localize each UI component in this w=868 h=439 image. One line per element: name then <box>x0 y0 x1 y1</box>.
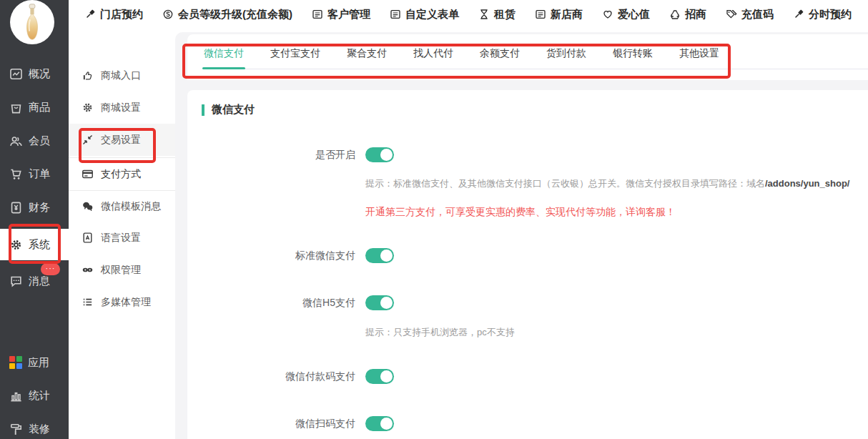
top-nav-bar: 门店预约 会员等级升级(充值余额) 客户管理 自定义表单 租赁 新店商 爱心值 … <box>69 0 868 29</box>
bar-chart-icon <box>9 389 23 403</box>
subnav-label: 商城设置 <box>101 102 141 114</box>
tags-icon <box>726 9 737 20</box>
form-row: 微信付款码支付 <box>187 369 394 384</box>
form-row: 标准微信支付 <box>187 248 394 263</box>
subnav-label: 多媒体管理 <box>101 296 151 309</box>
tab-bank-transfer[interactable]: 银行转账 <box>613 47 653 69</box>
hint-path: /addons/yun_shop/ <box>765 178 849 189</box>
form-icon <box>312 9 323 20</box>
topnav-item-new-store[interactable]: 新店商 <box>535 8 583 21</box>
wechat-micropay-toggle[interactable] <box>365 369 394 384</box>
wechat-qr-pay-toggle[interactable] <box>365 416 394 431</box>
subnav-label: 支付方式 <box>101 168 141 181</box>
topnav-label: 招商 <box>685 8 706 21</box>
subnav-item-mall-entry[interactable]: 商城入口 <box>69 59 175 92</box>
topnav-item-love-points[interactable]: 爱心值 <box>602 8 650 21</box>
tab-cash-on-delivery[interactable]: 货到付款 <box>546 47 586 69</box>
subnav-label: 权限管理 <box>101 264 141 277</box>
hint-text: 提示：标准微信支付、及其他微信支付接口（云收银）总开关。微信支付授权目录填写路径… <box>365 178 765 189</box>
members-icon <box>9 134 23 148</box>
s-circle-icon <box>162 9 174 20</box>
tab-wechat-pay[interactable]: 微信支付 <box>204 47 244 69</box>
field-label: 微信H5支付 <box>187 297 355 310</box>
sidebar-item-goods[interactable]: 商品 <box>0 93 69 122</box>
wechat-h5-pay-toggle[interactable] <box>365 295 394 310</box>
credit-card-icon <box>82 168 94 180</box>
topnav-item-recharge-code[interactable]: 充值码 <box>726 8 774 21</box>
form-icon <box>390 9 401 20</box>
line-chart-icon <box>9 67 23 81</box>
topnav-item-custom-form[interactable]: 自定义表单 <box>390 8 459 21</box>
form-row: 微信H5支付 <box>187 295 394 310</box>
field-hint: 提示：标准微信支付、及其他微信支付接口（云收银）总开关。微信支付授权目录填写路径… <box>365 177 849 190</box>
topnav-item-member-upgrade[interactable]: 会员等级升级(充值余额) <box>162 8 292 21</box>
subnav-label: 语言设置 <box>101 232 141 245</box>
field-label: 标准微信支付 <box>187 250 355 262</box>
gavel-icon <box>84 9 96 20</box>
subnav-item-media-management[interactable]: 多媒体管理 <box>69 286 175 318</box>
chat-bubble-icon <box>9 275 23 288</box>
topnav-label: 爱心值 <box>618 8 650 21</box>
subnav-item-trade-settings[interactable]: 交易设置 <box>69 124 175 156</box>
subnav-item-permissions[interactable]: 权限管理 <box>69 254 175 286</box>
topnav-item-store-booking[interactable]: 门店预约 <box>84 8 143 21</box>
form-row: 微信扫码支付 <box>187 416 394 431</box>
goggles-icon <box>82 264 94 276</box>
sidebar-item-members[interactable]: 会员 <box>0 127 69 155</box>
subnav-item-mall-settings[interactable]: 商城设置 <box>69 92 175 124</box>
topnav-label: 分时预约 <box>809 8 852 21</box>
sidebar-item-label: 系统 <box>29 238 50 252</box>
toggle-knob <box>380 370 393 383</box>
subnav-item-language-settings[interactable]: 语言设置 <box>69 222 175 254</box>
subnav-item-payment-methods[interactable]: 支付方式 <box>69 157 175 191</box>
primary-sidebar: 概况 商品 会员 订单 财务 系统 消息 应用 统计 装修 <box>0 0 69 439</box>
subnav-item-wechat-template[interactable]: 微信模板消息 <box>69 190 175 222</box>
tab-aggregate-pay[interactable]: 聚合支付 <box>347 47 387 69</box>
third-party-notice: 开通第三方支付，可享受更实惠的费率、实现代付等功能，详询客服！ <box>365 206 676 219</box>
topnav-item-investment[interactable]: 招商 <box>669 8 706 21</box>
sidebar-item-statistics[interactable]: 统计 <box>0 381 69 410</box>
toggle-knob <box>380 149 393 161</box>
tab-balance-pay[interactable]: 余额支付 <box>480 47 520 69</box>
recycle-icon <box>669 9 681 20</box>
tab-other-settings[interactable]: 其他设置 <box>679 47 719 69</box>
sidebar-item-label: 商品 <box>29 101 50 114</box>
tab-proxy-pay[interactable]: 找人代付 <box>413 47 453 69</box>
section-title: 微信支付 <box>212 103 255 117</box>
subnav-label: 交易设置 <box>101 134 141 147</box>
hourglass-icon <box>478 9 490 20</box>
topnav-item-rental[interactable]: 租赁 <box>478 8 516 21</box>
sidebar-item-label: 会员 <box>29 134 50 148</box>
topnav-label: 充值码 <box>741 8 774 21</box>
section-accent-bar <box>202 104 204 116</box>
compress-arrows-icon <box>82 134 94 146</box>
toggle-knob <box>380 418 393 430</box>
sidebar-item-finance[interactable]: 财务 <box>0 193 69 222</box>
messages-badge: ··· <box>41 263 60 275</box>
topnav-item-timeslot-booking[interactable]: 分时预约 <box>793 8 852 21</box>
goods-bag-icon <box>9 101 23 114</box>
section-header: 微信支付 <box>202 103 255 117</box>
topnav-label: 新店商 <box>551 8 583 21</box>
avatar[interactable] <box>10 0 54 44</box>
tab-alipay[interactable]: 支付宝支付 <box>270 47 320 69</box>
sidebar-item-overview[interactable]: 概况 <box>0 59 69 88</box>
sidebar-item-label: 财务 <box>29 201 50 214</box>
gear-icon <box>82 102 94 114</box>
gear-icon <box>9 238 23 252</box>
sidebar-item-apps[interactable]: 应用 <box>0 348 69 377</box>
topnav-label: 租赁 <box>494 8 516 21</box>
field-hint: 提示：只支持手机浏览器，pc不支持 <box>365 326 515 339</box>
sidebar-item-label: 应用 <box>28 356 49 370</box>
sidebar-item-orders[interactable]: 订单 <box>0 159 69 188</box>
standard-wechat-pay-toggle[interactable] <box>365 248 394 263</box>
sidebar-item-label: 统计 <box>29 389 50 403</box>
admin-page: 门店预约 会员等级升级(充值余额) 客户管理 自定义表单 租赁 新店商 爱心值 … <box>0 0 868 439</box>
language-book-icon <box>82 232 94 244</box>
sidebar-item-system[interactable]: 系统 <box>0 229 69 260</box>
sidebar-item-label: 概况 <box>29 67 50 81</box>
enable-toggle[interactable] <box>365 147 394 162</box>
apps-grid-icon <box>9 356 22 369</box>
topnav-item-customer-management[interactable]: 客户管理 <box>312 8 370 21</box>
sidebar-item-decorate[interactable]: 装修 <box>0 415 69 439</box>
